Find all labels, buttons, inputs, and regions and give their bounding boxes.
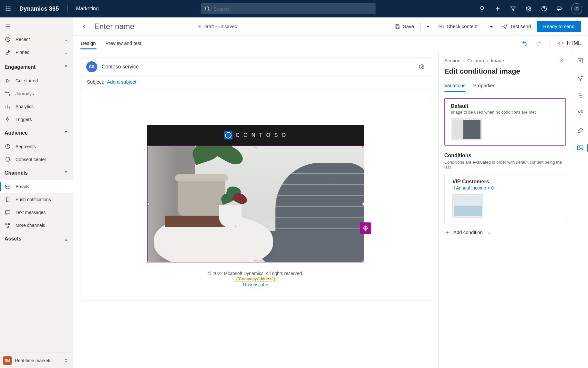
condition-attr-link[interactable]: Annual Income > 0 [456,185,494,190]
company-address-token[interactable]: {{CompanyAddress}} [234,276,277,281]
app-root: Dynamics 365 Marketing # [0,0,588,368]
svg-point-8 [9,10,10,11]
lightbulb-icon[interactable] [478,5,486,13]
tab-variations[interactable]: Variations [444,79,466,92]
tab-preview[interactable]: Preview and test [105,37,142,49]
nav-push[interactable]: Push notifications [0,193,73,206]
nav-segments[interactable]: Segments [0,140,73,153]
rail-theme-icon[interactable] [575,126,585,135]
save-menu-chevron[interactable] [423,24,432,29]
resize-handle[interactable] [362,261,364,262]
nav-consent[interactable]: Consent center [0,153,73,166]
rail-personalization-icon[interactable] [575,108,585,118]
save-button[interactable]: Save [391,21,418,32]
mail-icon [5,183,11,190]
svg-point-5 [9,8,10,9]
resize-handle[interactable] [254,146,257,148]
nav-pinned[interactable]: Pinned ⌄ [0,46,73,59]
rail-outline-icon[interactable] [575,91,585,100]
svg-point-43 [579,147,580,148]
top-right: # [478,3,585,14]
gear-icon[interactable] [418,64,425,70]
redo-button[interactable] [535,40,542,46]
default-thumbnail[interactable] [451,118,482,140]
brand-name[interactable]: Dynamics 365 [19,5,59,12]
gear-icon[interactable] [525,5,532,13]
resize-handle[interactable] [147,146,149,148]
search-input[interactable] [213,6,372,12]
resize-handle[interactable] [254,261,257,262]
back-button[interactable] [80,23,88,30]
check-content-button[interactable]: Check content [434,21,481,32]
message-icon [5,209,11,216]
resize-handle[interactable] [147,202,149,206]
crumb-column[interactable]: Column [467,58,484,63]
nav-recent[interactable]: Recent ⌄ [0,33,73,46]
chevron-up-icon: ⌃ [64,64,68,70]
resize-handle[interactable] [362,146,364,148]
nav-section-assets[interactable]: Assets⌄ [0,232,73,246]
selected-image-block[interactable] [147,146,364,262]
rail-connectors-icon[interactable] [575,74,585,83]
global-search[interactable] [201,3,376,14]
svg-rect-42 [577,146,583,150]
section-label: Engagement [5,64,36,70]
contoso-logo-icon [224,131,232,139]
area-switcher-label: Real-time marketi... [15,358,59,363]
drag-handle-icon[interactable]: ⋮⋮ [447,179,457,185]
nav-label: Consent center [15,157,68,162]
nav-footer[interactable]: RM Real-time marketi... [0,353,73,368]
tab-design[interactable]: Design [80,37,97,49]
chat-icon[interactable] [556,5,563,13]
play-icon [5,77,11,84]
email-canvas[interactable]: C O N T O S O Image [147,125,364,287]
nav-hamburger[interactable] [0,20,73,33]
undo-button[interactable] [522,40,528,46]
nav-more-channels[interactable]: More channels [0,219,73,232]
sender-name[interactable]: Contoso service [102,64,139,70]
add-condition-button[interactable]: ＋ Add condition ⌄ [444,228,566,236]
save-icon [395,24,400,29]
crumb-image[interactable]: Image [491,58,504,63]
brand-area[interactable]: Marketing [76,6,98,12]
user-avatar[interactable]: # [571,3,582,14]
move-handle-icon[interactable] [360,222,371,234]
page-title[interactable]: Enter name [94,22,134,31]
app-body: Recent ⌄ Pinned ⌄ Engagement⌃ Get starte… [0,17,588,368]
close-panel-button[interactable] [558,56,566,65]
default-variation-card[interactable]: Default Image to be used when no conditi… [444,98,566,146]
nav-section-channels[interactable]: Channels⌃ [0,166,73,180]
nav-get-started[interactable]: Get started [0,74,73,87]
subject-link[interactable]: Add a subject [107,79,136,85]
resize-handle[interactable] [147,261,149,262]
crumb-section[interactable]: Section [444,58,460,63]
condition-thumbnail[interactable] [452,194,483,218]
check-menu-chevron[interactable] [487,24,496,29]
svg-point-2 [9,6,10,7]
chevron-down-icon: ⌄ [487,229,491,235]
inbox-icon [438,24,444,29]
html-button[interactable]: HTML [558,40,581,46]
ready-to-send-button[interactable]: Ready to send [537,21,581,32]
condition-card[interactable]: ⋮⋮ VIP Customers If Annual Income > 0 [444,174,566,223]
nav-emails[interactable]: Emails [0,180,73,193]
unsubscribe-link[interactable]: Unsubscribe [243,282,268,287]
nav-journeys[interactable]: Journeys [0,87,73,100]
tab-properties[interactable]: Properties [473,79,495,92]
nav-sms[interactable]: Text messages [0,206,73,219]
nav-triggers[interactable]: Triggers [0,113,73,126]
funnel-icon[interactable] [509,5,517,13]
nav-analytics[interactable]: Analytics [0,100,73,113]
plus-icon[interactable] [494,5,501,13]
svg-point-28 [421,66,423,67]
test-send-button[interactable]: Test send [498,21,535,32]
nav-section-engagement[interactable]: Engagement⌃ [0,60,73,74]
app-launcher-icon[interactable] [2,3,14,15]
svg-point-0 [6,6,7,7]
rail-image-icon[interactable] [575,143,585,152]
resize-handle[interactable] [362,202,364,206]
nav-section-audience[interactable]: Audience⌃ [0,126,73,140]
rail-add-element-icon[interactable] [575,56,585,65]
svg-rect-27 [439,25,443,28]
help-icon[interactable] [540,5,548,13]
